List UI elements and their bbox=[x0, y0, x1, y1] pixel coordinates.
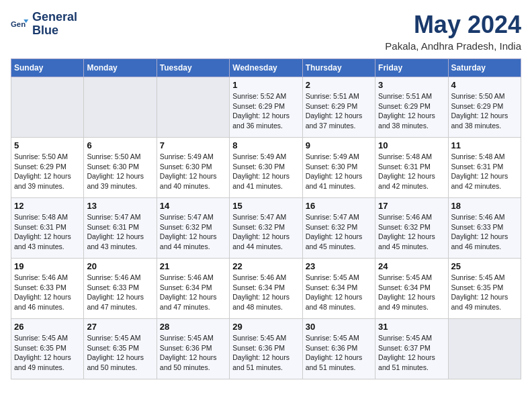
title-block: May 2024 Pakala, Andhra Pradesh, India bbox=[385, 11, 521, 52]
calendar-cell: 1Sunrise: 5:52 AMSunset: 6:29 PMDaylight… bbox=[230, 77, 302, 138]
svg-text:Gen: Gen bbox=[11, 19, 26, 28]
calendar-cell: 15Sunrise: 5:47 AMSunset: 6:32 PMDayligh… bbox=[230, 198, 302, 259]
col-header-thursday: Thursday bbox=[302, 59, 375, 77]
day-number: 8 bbox=[232, 140, 299, 150]
day-number: 1 bbox=[232, 80, 299, 90]
day-number: 25 bbox=[451, 261, 518, 271]
day-info: Sunrise: 5:47 AMSunset: 6:32 PMDaylight:… bbox=[232, 212, 299, 252]
day-info: Sunrise: 5:45 AMSunset: 6:34 PMDaylight:… bbox=[378, 273, 445, 312]
day-number: 10 bbox=[378, 140, 445, 150]
col-header-monday: Monday bbox=[84, 59, 157, 77]
day-info: Sunrise: 5:51 AMSunset: 6:29 PMDaylight:… bbox=[306, 91, 372, 131]
calendar-cell: 4Sunrise: 5:50 AMSunset: 6:29 PMDaylight… bbox=[448, 77, 521, 138]
calendar-cell: 29Sunrise: 5:45 AMSunset: 6:36 PMDayligh… bbox=[230, 319, 302, 379]
day-info: Sunrise: 5:45 AMSunset: 6:35 PMDaylight:… bbox=[14, 333, 81, 373]
day-info: Sunrise: 5:48 AMSunset: 6:31 PMDaylight:… bbox=[14, 212, 81, 252]
day-info: Sunrise: 5:48 AMSunset: 6:31 PMDaylight:… bbox=[451, 152, 518, 191]
day-info: Sunrise: 5:45 AMSunset: 6:34 PMDaylight:… bbox=[306, 273, 372, 312]
day-info: Sunrise: 5:46 AMSunset: 6:32 PMDaylight:… bbox=[378, 212, 445, 252]
calendar-cell bbox=[11, 77, 84, 138]
day-info: Sunrise: 5:47 AMSunset: 6:32 PMDaylight:… bbox=[160, 212, 226, 252]
calendar-cell: 3Sunrise: 5:51 AMSunset: 6:29 PMDaylight… bbox=[375, 77, 448, 138]
day-number: 5 bbox=[14, 140, 81, 150]
calendar-cell bbox=[448, 319, 521, 379]
calendar-cell: 19Sunrise: 5:46 AMSunset: 6:33 PMDayligh… bbox=[11, 259, 84, 319]
day-number: 26 bbox=[14, 322, 81, 332]
day-info: Sunrise: 5:46 AMSunset: 6:34 PMDaylight:… bbox=[232, 273, 299, 312]
day-info: Sunrise: 5:50 AMSunset: 6:29 PMDaylight:… bbox=[14, 152, 81, 191]
day-info: Sunrise: 5:46 AMSunset: 6:33 PMDaylight:… bbox=[14, 273, 81, 312]
day-info: Sunrise: 5:46 AMSunset: 6:33 PMDaylight:… bbox=[451, 212, 518, 252]
calendar-cell: 26Sunrise: 5:45 AMSunset: 6:35 PMDayligh… bbox=[11, 319, 84, 379]
calendar-cell: 20Sunrise: 5:46 AMSunset: 6:33 PMDayligh… bbox=[84, 259, 157, 319]
day-number: 20 bbox=[87, 261, 153, 271]
day-number: 12 bbox=[14, 201, 81, 211]
day-info: Sunrise: 5:49 AMSunset: 6:30 PMDaylight:… bbox=[160, 152, 226, 191]
day-number: 15 bbox=[232, 201, 299, 211]
day-number: 21 bbox=[160, 261, 226, 271]
calendar-cell: 17Sunrise: 5:46 AMSunset: 6:32 PMDayligh… bbox=[375, 198, 448, 259]
day-info: Sunrise: 5:49 AMSunset: 6:30 PMDaylight:… bbox=[232, 152, 299, 191]
calendar-cell: 30Sunrise: 5:45 AMSunset: 6:36 PMDayligh… bbox=[302, 319, 375, 379]
calendar-cell: 10Sunrise: 5:48 AMSunset: 6:31 PMDayligh… bbox=[375, 138, 448, 198]
calendar-cell: 7Sunrise: 5:49 AMSunset: 6:30 PMDaylight… bbox=[157, 138, 229, 198]
day-info: Sunrise: 5:46 AMSunset: 6:33 PMDaylight:… bbox=[87, 273, 153, 312]
col-header-saturday: Saturday bbox=[448, 59, 521, 77]
day-number: 7 bbox=[160, 140, 226, 150]
day-info: Sunrise: 5:46 AMSunset: 6:34 PMDaylight:… bbox=[160, 273, 226, 312]
day-number: 27 bbox=[87, 322, 153, 332]
calendar-cell: 27Sunrise: 5:45 AMSunset: 6:35 PMDayligh… bbox=[84, 319, 157, 379]
day-number: 14 bbox=[160, 201, 226, 211]
day-info: Sunrise: 5:45 AMSunset: 6:36 PMDaylight:… bbox=[306, 333, 372, 373]
calendar-table: SundayMondayTuesdayWednesdayThursdayFrid… bbox=[11, 58, 521, 379]
day-number: 28 bbox=[160, 322, 226, 332]
calendar-cell: 6Sunrise: 5:50 AMSunset: 6:30 PMDaylight… bbox=[84, 138, 157, 198]
day-number: 3 bbox=[378, 80, 445, 90]
day-number: 31 bbox=[378, 322, 445, 332]
col-header-wednesday: Wednesday bbox=[230, 59, 302, 77]
day-number: 9 bbox=[306, 140, 372, 150]
day-number: 22 bbox=[232, 261, 299, 271]
calendar-cell: 16Sunrise: 5:47 AMSunset: 6:32 PMDayligh… bbox=[302, 198, 375, 259]
col-header-friday: Friday bbox=[375, 59, 448, 77]
day-number: 17 bbox=[378, 201, 445, 211]
calendar-cell: 8Sunrise: 5:49 AMSunset: 6:30 PMDaylight… bbox=[230, 138, 302, 198]
day-number: 24 bbox=[378, 261, 445, 271]
calendar-title: May 2024 bbox=[385, 11, 521, 39]
calendar-cell: 22Sunrise: 5:46 AMSunset: 6:34 PMDayligh… bbox=[230, 259, 302, 319]
day-number: 11 bbox=[451, 140, 518, 150]
day-info: Sunrise: 5:52 AMSunset: 6:29 PMDaylight:… bbox=[232, 91, 299, 131]
calendar-cell: 13Sunrise: 5:47 AMSunset: 6:31 PMDayligh… bbox=[84, 198, 157, 259]
day-info: Sunrise: 5:47 AMSunset: 6:32 PMDaylight:… bbox=[306, 212, 372, 252]
day-number: 6 bbox=[87, 140, 153, 150]
day-number: 2 bbox=[306, 80, 372, 90]
page-header: Gen General Blue May 2024 Pakala, Andhra… bbox=[11, 11, 521, 52]
day-info: Sunrise: 5:50 AMSunset: 6:29 PMDaylight:… bbox=[451, 91, 518, 131]
calendar-cell: 21Sunrise: 5:46 AMSunset: 6:34 PMDayligh… bbox=[157, 259, 229, 319]
calendar-cell: 14Sunrise: 5:47 AMSunset: 6:32 PMDayligh… bbox=[157, 198, 229, 259]
calendar-cell: 24Sunrise: 5:45 AMSunset: 6:34 PMDayligh… bbox=[375, 259, 448, 319]
calendar-cell: 11Sunrise: 5:48 AMSunset: 6:31 PMDayligh… bbox=[448, 138, 521, 198]
day-number: 16 bbox=[306, 201, 372, 211]
day-info: Sunrise: 5:47 AMSunset: 6:31 PMDaylight:… bbox=[87, 212, 153, 252]
calendar-cell: 2Sunrise: 5:51 AMSunset: 6:29 PMDaylight… bbox=[302, 77, 375, 138]
day-number: 18 bbox=[451, 201, 518, 211]
calendar-subtitle: Pakala, Andhra Pradesh, India bbox=[385, 40, 521, 52]
day-number: 29 bbox=[232, 322, 299, 332]
day-number: 30 bbox=[306, 322, 372, 332]
day-info: Sunrise: 5:45 AMSunset: 6:37 PMDaylight:… bbox=[378, 333, 445, 373]
calendar-cell: 9Sunrise: 5:49 AMSunset: 6:30 PMDaylight… bbox=[302, 138, 375, 198]
day-info: Sunrise: 5:45 AMSunset: 6:35 PMDaylight:… bbox=[451, 273, 518, 312]
day-number: 13 bbox=[87, 201, 153, 211]
calendar-cell: 12Sunrise: 5:48 AMSunset: 6:31 PMDayligh… bbox=[11, 198, 84, 259]
day-info: Sunrise: 5:49 AMSunset: 6:30 PMDaylight:… bbox=[306, 152, 372, 191]
logo: Gen General Blue bbox=[11, 11, 77, 38]
day-info: Sunrise: 5:45 AMSunset: 6:35 PMDaylight:… bbox=[87, 333, 153, 373]
col-header-sunday: Sunday bbox=[11, 59, 84, 77]
day-info: Sunrise: 5:50 AMSunset: 6:30 PMDaylight:… bbox=[87, 152, 153, 191]
day-number: 23 bbox=[306, 261, 372, 271]
logo-line1: General bbox=[32, 11, 77, 24]
calendar-cell: 25Sunrise: 5:45 AMSunset: 6:35 PMDayligh… bbox=[448, 259, 521, 319]
day-info: Sunrise: 5:48 AMSunset: 6:31 PMDaylight:… bbox=[378, 152, 445, 191]
calendar-cell: 31Sunrise: 5:45 AMSunset: 6:37 PMDayligh… bbox=[375, 319, 448, 379]
